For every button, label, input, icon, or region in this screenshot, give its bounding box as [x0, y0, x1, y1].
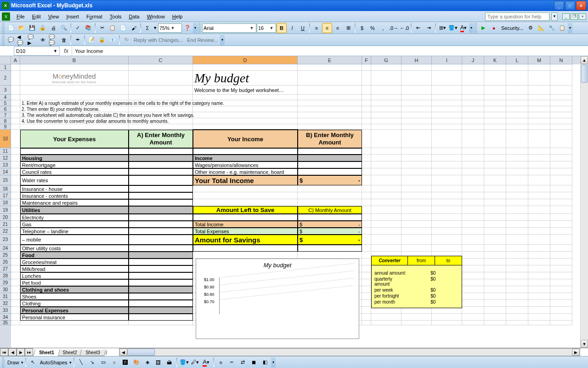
arrow-style-button[interactable]: ⇄: [238, 357, 248, 368]
cell-D2[interactable]: My budget: [193, 71, 362, 86]
horizontal-scrollbar[interactable]: ◀ ▶: [119, 348, 580, 356]
cell-E24[interactable]: [298, 245, 362, 252]
cell-B32[interactable]: Clothing: [20, 300, 129, 307]
cell-B10[interactable]: Your Expenses: [20, 130, 129, 148]
cell-C30[interactable]: [129, 286, 193, 293]
line-style-button[interactable]: ≡: [216, 357, 226, 368]
fx-icon[interactable]: fx: [61, 48, 72, 54]
vertical-scrollbar[interactable]: ▲ ▼: [580, 56, 588, 348]
cell-C15[interactable]: [129, 175, 193, 185]
cell-C28[interactable]: [129, 272, 193, 279]
cell-B12[interactable]: Housing: [20, 155, 129, 161]
autosum-dropdown[interactable]: ▾: [153, 23, 158, 33]
mdi-minimize[interactable]: _: [562, 13, 570, 20]
column-header-C[interactable]: C: [129, 56, 193, 64]
vba-button[interactable]: ⚙: [526, 23, 536, 33]
cell-B22[interactable]: Telephone – landline: [20, 228, 129, 235]
menu-file[interactable]: File: [13, 12, 28, 21]
borders-button[interactable]: ⊞▾: [437, 23, 447, 33]
percent-button[interactable]: %: [368, 23, 378, 33]
open-button[interactable]: 📂: [17, 23, 27, 33]
row-header-19[interactable]: 19: [0, 206, 11, 214]
row-header-22[interactable]: 22: [0, 228, 11, 235]
scroll-thumb[interactable]: [581, 64, 588, 83]
row-header-35[interactable]: 35: [0, 321, 11, 325]
merge-center-button[interactable]: ⊞: [343, 23, 353, 33]
decrease-indent-button[interactable]: ⇤: [413, 23, 423, 33]
menu-data[interactable]: Data: [125, 12, 143, 21]
row-header-4[interactable]: 4: [0, 95, 11, 100]
row-header-24[interactable]: 24: [0, 245, 11, 252]
tab-first-button[interactable]: ⏮: [0, 348, 8, 356]
cell-D19[interactable]: Amount Left to Save: [193, 206, 298, 214]
cell-D22[interactable]: Total Expenses: [193, 228, 298, 235]
scroll-down-button[interactable]: ▼: [581, 340, 588, 348]
cell-D12[interactable]: Income: [193, 155, 298, 161]
update-file-button[interactable]: ↻: [121, 35, 131, 45]
menu-window[interactable]: Window: [143, 12, 169, 21]
rectangle-button[interactable]: ▭: [98, 357, 108, 368]
cell-B20[interactable]: Electricity: [20, 214, 129, 221]
cell-C29[interactable]: [129, 279, 193, 286]
increase-indent-button[interactable]: ⇥: [424, 23, 434, 33]
row-header-16[interactable]: 16: [0, 185, 11, 192]
cell-C21[interactable]: [129, 221, 193, 228]
show-comment-button[interactable]: 👁: [38, 35, 48, 45]
3d-button[interactable]: ◧: [260, 357, 270, 368]
cell-C20[interactable]: [129, 214, 193, 221]
cell-D11[interactable]: [193, 148, 298, 155]
font-color-draw-button[interactable]: A▾: [201, 357, 211, 368]
hscroll-thumb[interactable]: [127, 349, 155, 356]
cell-B16[interactable]: Insurance - house: [20, 185, 129, 192]
minimize-button[interactable]: _: [554, 1, 564, 10]
diagram-button[interactable]: ◈: [142, 357, 153, 368]
next-comment-button[interactable]: 💬▶: [27, 35, 37, 45]
scroll-right-button[interactable]: ▶: [572, 349, 580, 356]
show-all-comments-button[interactable]: 💬💬: [48, 35, 58, 45]
column-header-F[interactable]: F: [362, 56, 371, 64]
cell-E19[interactable]: C) Monthly Amount: [298, 206, 362, 214]
close-button[interactable]: ×: [576, 1, 586, 10]
menu-view[interactable]: View: [45, 12, 63, 21]
column-header-B[interactable]: B: [20, 56, 129, 64]
cell-B2[interactable]: MoneyMindedfinancial skills for the futu…: [20, 71, 129, 86]
save-button[interactable]: 💾: [27, 23, 37, 33]
fontsize-combo[interactable]: 16▼: [257, 23, 276, 33]
security-label[interactable]: Security...: [499, 25, 525, 31]
format-painter-button[interactable]: 🖌: [129, 23, 139, 33]
cell-B15[interactable]: Water rates: [20, 175, 129, 185]
currency-button[interactable]: $: [357, 23, 367, 33]
increase-decimal-button[interactable]: .0→: [389, 23, 399, 33]
cell-C17[interactable]: [129, 192, 193, 199]
cell-B28[interactable]: Lunches: [20, 272, 129, 279]
cell-D18[interactable]: [193, 199, 298, 206]
cell-E13[interactable]: [298, 161, 362, 168]
row-header-20[interactable]: 20: [0, 214, 11, 221]
workbook-icon[interactable]: X: [2, 12, 10, 21]
row-header-28[interactable]: 28: [0, 272, 11, 279]
autoshapes-menu[interactable]: AutoShapes: [39, 360, 68, 365]
cell-B25[interactable]: Food: [20, 252, 129, 259]
cell-C33[interactable]: [129, 307, 193, 314]
cell-B7[interactable]: 3. The worksheet will automatically calc…: [20, 112, 362, 118]
cell-C13[interactable]: [129, 161, 193, 168]
row-header-17[interactable]: 17: [0, 192, 11, 199]
cell-C10[interactable]: A) Enter Monthly Amount: [129, 130, 193, 148]
column-header-L[interactable]: L: [506, 56, 528, 64]
cell-B30[interactable]: Clothing and shoes: [20, 286, 129, 293]
row-header-33[interactable]: 33: [0, 307, 11, 314]
help-dropdown[interactable]: ▼: [551, 12, 558, 21]
cell-E23[interactable]: $-: [298, 235, 362, 245]
column-header-A[interactable]: A: [11, 56, 20, 64]
cell-B33[interactable]: Personal Expenses: [20, 307, 129, 314]
align-left-button[interactable]: ≡: [311, 23, 322, 33]
row-header-1[interactable]: 1: [0, 64, 11, 71]
row-header-25[interactable]: 25: [0, 252, 11, 259]
picture-button[interactable]: 🏔: [164, 357, 175, 368]
font-combo[interactable]: Arial▼: [202, 23, 256, 33]
column-header-N[interactable]: N: [550, 56, 572, 64]
copy-button[interactable]: 📋: [107, 23, 118, 33]
italic-button[interactable]: I: [287, 23, 297, 33]
fill-color-draw-button[interactable]: 🪣▾: [179, 357, 189, 368]
cell-D3[interactable]: Welcome to the My budget worksheet…: [193, 86, 362, 95]
